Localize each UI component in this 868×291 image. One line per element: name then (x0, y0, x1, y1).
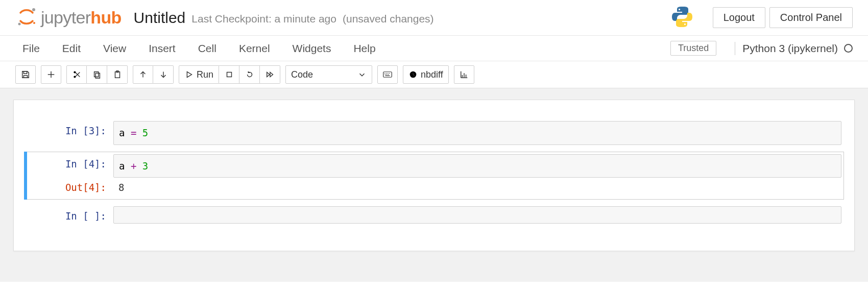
code-cell[interactable]: In [4]: a + 3 Out[4]: 8 (24, 152, 844, 200)
menu-help[interactable]: Help (353, 42, 375, 55)
header-bar: jupyterhub Untitled Last Checkpoint: a m… (0, 0, 868, 36)
jupyter-circle-icon (15, 6, 38, 30)
move-up-button[interactable] (133, 65, 153, 84)
keyboard-icon (383, 70, 392, 79)
code-input[interactable] (113, 206, 841, 224)
cut-cell-button[interactable] (66, 65, 87, 84)
menu-widgets[interactable]: Widgets (293, 42, 331, 55)
play-icon (184, 70, 194, 79)
copy-cell-button[interactable] (87, 65, 107, 84)
restart-button[interactable] (239, 65, 260, 84)
menu-cell[interactable]: Cell (198, 42, 216, 55)
command-palette-button[interactable] (377, 65, 398, 84)
run-label: Run (197, 69, 213, 80)
menu-view[interactable]: View (103, 42, 126, 55)
unsaved-indicator: (unsaved changes) (343, 11, 434, 25)
toolbar: Run Code (0, 61, 868, 88)
cell-output: 8 (113, 178, 841, 197)
chart-button[interactable] (454, 65, 474, 84)
trusted-indicator[interactable]: Trusted (670, 41, 716, 56)
kernel-idle-icon (844, 44, 853, 53)
svg-rect-12 (95, 73, 100, 78)
stop-icon (225, 70, 234, 79)
run-button[interactable]: Run (179, 65, 219, 84)
in-prompt: In [4]: (27, 154, 113, 169)
nbdiff-button[interactable]: nbdiff (403, 65, 449, 84)
fast-forward-icon (266, 70, 275, 79)
notebook-background: In [3]: a = 5 In [4]: a + 3 Out[4]: 8 In… (0, 88, 868, 282)
arrow-down-icon (159, 70, 168, 79)
kernel-name-label[interactable]: Python 3 (ipykernel) (742, 42, 838, 55)
paste-icon (113, 70, 122, 79)
plus-icon (46, 70, 56, 79)
paste-cell-button[interactable] (107, 65, 128, 84)
menu-file[interactable]: File (22, 42, 40, 55)
cell-type-select[interactable]: Code (285, 65, 372, 84)
move-down-button[interactable] (153, 65, 174, 84)
checkpoint-status: Last Checkpoint: a minute ago (191, 11, 336, 25)
svg-point-0 (18, 22, 21, 25)
jupyterhub-logo[interactable]: jupyterhub (15, 6, 122, 30)
nbdiff-label: nbdiff (421, 69, 443, 80)
svg-rect-13 (115, 72, 119, 78)
menu-edit[interactable]: Edit (62, 42, 81, 55)
logo-text: jupyterhub (41, 8, 122, 28)
python-icon (670, 5, 694, 31)
clock-icon (408, 70, 418, 79)
insert-cell-button[interactable] (41, 65, 61, 84)
control-panel-button[interactable]: Control Panel (769, 7, 853, 28)
svg-rect-4 (23, 76, 27, 78)
code-input[interactable]: a = 5 (113, 121, 841, 145)
copy-icon (92, 70, 102, 79)
restart-icon (245, 70, 254, 79)
separator (735, 42, 735, 55)
code-cell[interactable]: In [3]: a = 5 (24, 118, 844, 148)
arrow-up-icon (138, 70, 148, 79)
save-icon (21, 70, 30, 79)
scissors-icon (72, 70, 81, 79)
notebook-container: In [3]: a = 5 In [4]: a + 3 Out[4]: 8 In… (13, 100, 855, 251)
document-title[interactable]: Untitled (134, 9, 186, 27)
logout-button[interactable]: Logout (713, 7, 765, 28)
cell-type-value: Code (291, 69, 313, 80)
interrupt-button[interactable] (219, 65, 239, 84)
svg-rect-3 (23, 71, 27, 74)
svg-rect-18 (383, 72, 392, 78)
chevron-down-icon (357, 70, 367, 79)
barchart-icon (460, 70, 469, 79)
restart-run-all-button[interactable] (260, 65, 280, 84)
menu-kernel[interactable]: Kernel (239, 42, 270, 55)
svg-rect-11 (94, 72, 98, 77)
svg-point-1 (32, 8, 35, 11)
svg-point-2 (33, 22, 35, 24)
code-input[interactable]: a + 3 (113, 154, 841, 178)
in-prompt: In [ ]: (27, 206, 113, 222)
in-prompt: In [3]: (27, 121, 113, 136)
out-prompt: Out[4]: (27, 178, 113, 193)
menu-insert[interactable]: Insert (149, 42, 176, 55)
menubar: File Edit View Insert Cell Kernel Widget… (0, 36, 868, 61)
code-cell[interactable]: In [ ]: (24, 204, 844, 226)
svg-rect-17 (227, 72, 231, 77)
save-button[interactable] (15, 65, 36, 84)
